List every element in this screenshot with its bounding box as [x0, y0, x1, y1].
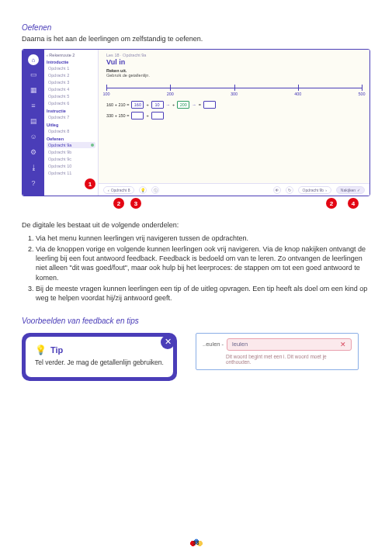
exercise-sub2: Gebruik de getallenlijn. — [106, 73, 362, 78]
menu-item[interactable]: Opdracht 9c — [47, 156, 95, 162]
app-screenshot-frame: ⌂ ▭ ▦ ≡ ▤ ☺ ⚙ ⭳ ? ‹ Rekenroute 2 Introdu… — [22, 49, 370, 196]
cloud-logo-icon: 33 — [188, 537, 205, 548]
check-label: Nakijken — [341, 188, 356, 192]
error-feedback-card: ..eulen - leulen ✕ Dit woord begint met … — [196, 333, 359, 370]
err-input[interactable]: leulen ✕ — [227, 338, 352, 351]
rail-grid-icon[interactable]: ▦ — [27, 84, 40, 96]
refresh-icon[interactable]: ↻ — [286, 186, 293, 194]
app-rail: ⌂ ▭ ▦ ≡ ▤ ☺ ⚙ ⭳ ? — [23, 50, 44, 196]
page-footer: 33 — [0, 537, 392, 548]
work-area: Les 18 · Opdracht 9a Vul in Reken uit. G… — [99, 50, 369, 196]
callout-badge-1: 1 — [85, 178, 95, 189]
list-item: Bij de meeste vragen kunnen leerlingen e… — [36, 284, 370, 303]
plus-icon: + — [172, 102, 175, 107]
chevron-right-icon: › — [325, 188, 327, 192]
err-prefix: ..eulen - — [203, 341, 224, 348]
eq-box[interactable] — [151, 112, 164, 119]
rail-chart-icon[interactable]: ▤ — [27, 115, 40, 127]
check-button[interactable]: Nakijken✓ — [336, 186, 365, 194]
info-icon[interactable]: ⓘ — [151, 186, 159, 194]
callout-badge-3: 3 — [130, 198, 141, 209]
next-button[interactable]: Opdracht 9b› — [298, 186, 331, 194]
plus-icon: + — [146, 102, 148, 107]
plus-icon: + — [146, 113, 148, 118]
check-icon: ✓ — [357, 188, 360, 192]
eq-box-answer[interactable] — [203, 101, 216, 109]
prev-label: Opdracht 8 — [111, 188, 130, 192]
menu-section-oefenen: Oefenen — [47, 137, 95, 141]
menu-item[interactable]: Opdracht 1 — [47, 65, 95, 71]
list-item: Via het menu kunnen leerlingen vrij navi… — [36, 234, 370, 243]
lesson-crumb: Les 18 · Opdracht 9a — [106, 53, 362, 57]
eq-box[interactable] — [131, 112, 144, 119]
next-label: Opdracht 9b — [303, 188, 324, 192]
tip-title-text: Tip — [50, 345, 63, 355]
err-message: Dit woord begint met een i. Dit woord mo… — [203, 354, 352, 365]
menu-item[interactable]: Opdracht 9b — [47, 149, 95, 155]
lightbulb-icon: 💡 — [35, 345, 47, 355]
number-line: 100 200 300 400 500 — [106, 82, 362, 96]
menu-item[interactable]: Opdracht 2 — [47, 72, 95, 78]
lightbulb-icon[interactable]: 💡 — [139, 186, 147, 194]
nl-tick-label: 300 — [231, 92, 238, 96]
bottom-toolbar: ‹Opdracht 8 💡 ⓘ 👁 ↻ Opdracht 9b› Nakijke… — [99, 183, 369, 196]
onderdelen-heading: De digitale les bestaat uit de volgende … — [22, 221, 370, 229]
menu-item[interactable]: Opdracht 8 — [47, 128, 95, 134]
rail-download-icon[interactable]: ⭳ — [27, 161, 40, 174]
nl-tick-label: 200 — [167, 92, 174, 96]
arrow-right-icon: → — [192, 102, 196, 107]
feedback-heading: Voorbeelden van feedback en tips — [22, 317, 370, 325]
menu-section-introductie: Introductie — [47, 60, 95, 64]
menu-item[interactable]: Opdracht 6 — [47, 100, 95, 106]
eq-box[interactable]: 160 — [131, 101, 144, 109]
page-number: 33 — [193, 540, 199, 545]
equals-sign: = — [199, 102, 201, 107]
list-item: Via de knoppen vorige en volgende kunnen… — [36, 244, 370, 282]
rail-help-icon[interactable]: ? — [27, 177, 40, 189]
err-entered-value: leulen — [232, 341, 248, 348]
menu-section-uitleg: Uitleg — [47, 123, 95, 127]
eq-box-green[interactable]: 200 — [177, 101, 189, 109]
eq-box[interactable]: 10 — [151, 101, 164, 109]
menu-item[interactable]: Opdracht 7 — [47, 114, 95, 120]
close-icon[interactable]: ✕ — [161, 335, 175, 349]
nl-tick-label: 100 — [102, 92, 109, 96]
section-heading-oefenen: Oefenen — [22, 23, 370, 32]
exercise-title: Vul in — [106, 58, 362, 66]
close-icon[interactable]: ✕ — [340, 341, 346, 348]
lesson-menu: ‹ Rekenroute 2 Introductie Opdracht 1 Op… — [44, 50, 99, 196]
eq-lhs: 160 + 210 = — [106, 102, 129, 107]
callout-badge-2b: 2 — [326, 198, 337, 209]
tip-card: ✕ 💡 Tip Tel verder. Je mag de getallenli… — [22, 333, 177, 381]
equation-row-2: 330 + 150 = + — [106, 112, 362, 119]
prev-button[interactable]: ‹Opdracht 8 — [103, 186, 134, 194]
eye-icon[interactable]: 👁 — [273, 186, 281, 194]
callout-badge-4: 4 — [348, 198, 359, 209]
rail-list-icon[interactable]: ≡ — [27, 99, 40, 112]
menu-section-instructie: Instructie — [47, 109, 95, 113]
menu-item[interactable]: Opdracht 4 — [47, 86, 95, 92]
menu-item[interactable]: Opdracht 5 — [47, 93, 95, 99]
tip-title: 💡 Tip — [35, 345, 164, 355]
rail-gear-icon[interactable]: ⚙ — [27, 146, 40, 158]
nl-tick-label: 400 — [294, 92, 301, 96]
rail-user-icon[interactable]: ☺ — [27, 130, 40, 143]
rail-book-icon[interactable]: ▭ — [27, 68, 40, 81]
equation-row-1: 160 + 210 = 160 + 10 → + 200 → = — [106, 101, 362, 109]
menu-item[interactable]: Opdracht 3 — [47, 79, 95, 85]
onderdelen-list: Via het menu kunnen leerlingen vrij navi… — [22, 234, 370, 303]
menu-item[interactable]: Opdracht 10 — [47, 163, 95, 169]
callout-badge-2: 2 — [113, 198, 124, 209]
menu-item-active[interactable]: Opdracht 9a — [47, 142, 95, 148]
nl-tick-label: 500 — [358, 92, 365, 96]
rail-home-icon[interactable]: ⌂ — [28, 54, 39, 65]
intro-line: Daarna is het aan de leerlingen om zelfs… — [22, 35, 370, 43]
arrow-right-icon: → — [166, 102, 171, 107]
chevron-left-icon: ‹ — [108, 188, 109, 192]
tip-body: Tel verder. Je mag de getallenlijn gebru… — [35, 358, 164, 366]
menu-item[interactable]: Opdracht 11 — [47, 170, 95, 176]
eq-lhs: 330 + 150 = — [106, 113, 129, 118]
breadcrumb[interactable]: ‹ Rekenroute 2 — [47, 53, 95, 57]
